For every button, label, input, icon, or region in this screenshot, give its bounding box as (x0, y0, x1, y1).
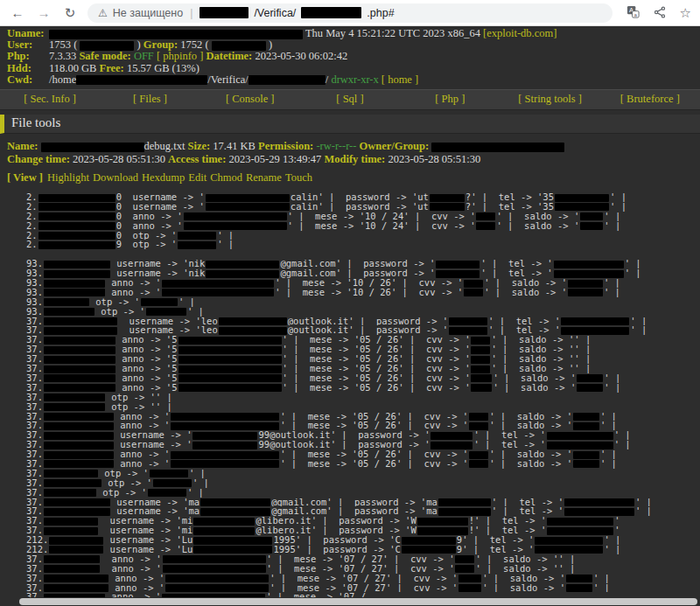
action-view-active[interactable]: [ View ] (7, 171, 43, 184)
redacted-box (44, 270, 110, 278)
file-content-line: 2.0 otp -> '' | (26, 231, 700, 240)
bookmark-star-icon[interactable]: ☆ (680, 6, 691, 19)
not-secure-warning-icon: ⚠ (98, 7, 108, 19)
value-text: ' | saldo -> ' (489, 459, 572, 469)
action-highlight[interactable]: Highlight (47, 171, 89, 184)
value-text: ' | (593, 574, 610, 583)
value-text: @outlook.it' | password -> ' (288, 325, 448, 335)
server-info-label: Cwd: (7, 74, 49, 86)
value-text: 37. (26, 583, 43, 593)
file-content-line: 37. anno -> '5' | mese -> '05 / 26' | cv… (26, 345, 700, 354)
redacted-box (171, 451, 279, 459)
value-text: 1995' | password -> 'C (273, 535, 400, 545)
redacted-box (192, 432, 257, 440)
file-content-line: 37. anno -> '' | mese -> '07 / 27' | cvv… (26, 574, 700, 583)
value-text: ' | (189, 469, 206, 478)
value-text: ' | (600, 421, 617, 430)
value-text: @gmail.com' | password -> ' (280, 268, 435, 278)
redacted-url-host (200, 7, 248, 18)
value-text: otp -> ' (95, 307, 145, 317)
redacted-box (44, 337, 116, 345)
redacted-box (150, 470, 188, 477)
redacted-box (577, 384, 603, 392)
redacted-box (449, 317, 487, 325)
value-text: username -> 'ma (111, 506, 200, 516)
value-text: 37. (26, 506, 43, 516)
action-rename[interactable]: Rename (246, 171, 282, 184)
redacted-box (248, 75, 326, 85)
file-content-line: 2.0 anno -> '' | mese -> '10 / 24' | cvv… (26, 212, 700, 221)
redacted-box (206, 194, 290, 202)
file-content-line: 212. username -> 'Lu1995' | password -> … (26, 535, 700, 545)
redacted-box (471, 374, 492, 382)
redacted-box (178, 337, 282, 345)
horizontal-scrollbar-thumb[interactable] (19, 598, 697, 605)
value-text: ' | (630, 317, 647, 326)
nav-item-console[interactable]: [ Console ] (200, 93, 300, 106)
share-icon[interactable] (654, 6, 666, 20)
file-content-line: 2.9 otp -> '' | (26, 240, 700, 249)
file-content-line: 37. username -> 'mi@libero.it' | passwor… (26, 516, 700, 526)
redacted-box (580, 222, 603, 230)
nav-item-php[interactable]: [ Php ] (400, 93, 500, 106)
value-text: 2. (26, 231, 38, 240)
redacted-box (165, 575, 269, 582)
redacted-box (178, 232, 216, 240)
nav-item-bruteforce[interactable]: [ Bruteforce ] (600, 93, 700, 106)
field-label: Safe mode: (79, 50, 130, 62)
translate-icon[interactable]: Aa (626, 5, 640, 20)
server-info-panel: Uname: Thu May 4 15:21:22 UTC 2023 x86_6… (0, 28, 700, 86)
forward-button[interactable]: → (35, 6, 52, 19)
value-text: 37. (26, 412, 43, 421)
redacted-box (417, 527, 468, 535)
redacted-box (184, 222, 287, 230)
shell-link[interactable]: [ home ] (379, 73, 418, 86)
action-edit[interactable]: Edit (188, 171, 206, 184)
redacted-box (430, 442, 472, 449)
value-text: 0 anno -> ' (116, 221, 183, 231)
redacted-box (469, 413, 488, 421)
nav-item-sql[interactable]: [ Sql ] (300, 93, 400, 106)
field-label: Free: (100, 62, 124, 74)
value-text: 93. (26, 307, 43, 317)
file-content-line: 37. username -> 'ma@gmail.com' | passwor… (26, 498, 700, 507)
redacted-box (568, 289, 603, 296)
value-text: 93. (26, 259, 43, 268)
field-label: Change time: (7, 153, 70, 165)
value-text: 2023-05-28 05:51:30 (385, 153, 480, 165)
value-text: ' | tel -> ' (480, 259, 552, 268)
redacted-box (573, 460, 599, 468)
browser-toolbar: ← → ↻ ⚠ Не защищено | /Verifica/ .php# A… (0, 0, 700, 26)
value-text: 0 anno -> ' (116, 212, 183, 221)
value-text: ' | (604, 383, 620, 393)
action-hexdump[interactable]: Hexdump (142, 171, 185, 184)
action-touch[interactable]: Touch (285, 171, 312, 184)
value-text: 0 username -> ' (116, 192, 205, 202)
redacted-box (469, 422, 488, 430)
webshell-page: Uname: Thu May 4 15:21:22 UTC 2023 x86_6… (0, 26, 700, 602)
action-chmod[interactable]: Chmod (210, 171, 242, 184)
value-text: ' | mese -> '07 / 27' | cvv -> ' (267, 564, 455, 574)
value-text: 17.41 KB (210, 140, 258, 152)
value-text: 212. (26, 535, 48, 545)
value-text: ' | saldo -> ' (482, 574, 565, 583)
redacted-box (566, 584, 592, 592)
value-text: 37. (26, 383, 43, 393)
address-bar[interactable]: ⚠ Не защищено | /Verifica/ .php# (88, 3, 612, 23)
redacted-box (564, 508, 634, 516)
action-download[interactable]: Download (93, 171, 138, 184)
redacted-box (455, 565, 474, 573)
nav-item-sec-info[interactable]: [ Sec. Info ] (0, 93, 100, 106)
value-text: ' | saldo -> '' | (491, 345, 591, 354)
nav-item-string-tools[interactable]: [ String tools ] (500, 93, 599, 106)
redacted-box (178, 356, 282, 364)
nav-item-files[interactable]: [ Files ] (100, 93, 200, 106)
value-text: 118.00 GB (49, 62, 100, 74)
reload-button[interactable]: ↻ (61, 6, 79, 19)
shell-link[interactable]: [exploit-db.com] (483, 27, 556, 39)
shell-link[interactable]: [ phpinfo ] (154, 50, 204, 62)
value-text: ' | (178, 297, 195, 307)
redacted-box (38, 222, 116, 230)
back-button[interactable]: ← (9, 6, 26, 19)
redacted-box (469, 451, 488, 459)
